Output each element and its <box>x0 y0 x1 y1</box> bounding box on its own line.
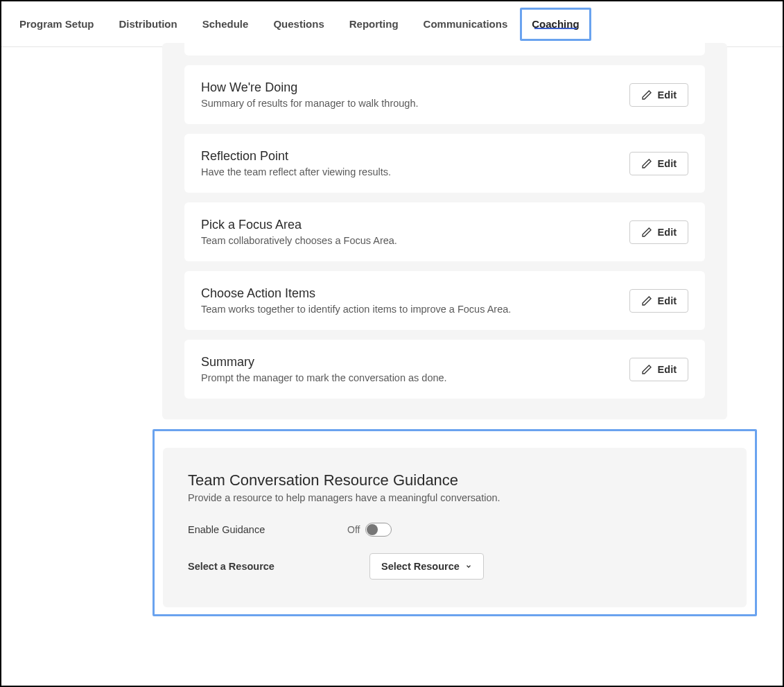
card-text: Reflection Point Have the team reflect a… <box>201 149 391 177</box>
coaching-steps-list: How We're Doing Summary of results for m… <box>162 43 727 419</box>
card-title: Pick a Focus Area <box>201 218 397 232</box>
tab-label: Distribution <box>119 18 177 30</box>
pencil-icon <box>641 364 652 375</box>
card-desc: Prompt the manager to mark the conversat… <box>201 372 447 383</box>
enable-guidance-label: Enable Guidance <box>188 524 347 535</box>
tab-distribution[interactable]: Distribution <box>107 1 190 47</box>
card-title: Choose Action Items <box>201 286 511 301</box>
tab-label: Communications <box>424 18 508 30</box>
card-how-were-doing: How We're Doing Summary of results for m… <box>184 65 705 124</box>
card-desc: Have the team reflect after viewing resu… <box>201 166 391 177</box>
card-text: Choose Action Items Team works together … <box>201 286 511 315</box>
edit-label: Edit <box>658 227 677 238</box>
pencil-icon <box>641 158 652 169</box>
card-reflection-point: Reflection Point Have the team reflect a… <box>184 134 705 193</box>
chevron-down-icon <box>465 563 472 570</box>
edit-button[interactable]: Edit <box>629 152 688 175</box>
tab-label: Schedule <box>202 18 249 30</box>
tab-reporting[interactable]: Reporting <box>337 1 411 47</box>
tab-underline <box>534 28 576 29</box>
tab-coaching[interactable]: Coaching <box>520 8 591 41</box>
select-resource-button-label: Select Resource <box>381 561 460 572</box>
card-desc: Summary of results for manager to walk t… <box>201 98 419 109</box>
edit-button[interactable]: Edit <box>629 220 688 244</box>
card-desc: Team collaboratively chooses a Focus Are… <box>201 235 397 246</box>
card-text: Summary Prompt the manager to mark the c… <box>201 355 447 383</box>
card-title: How We're Doing <box>201 80 419 95</box>
card-text: Pick a Focus Area Team collaboratively c… <box>201 218 397 246</box>
edit-label: Edit <box>658 89 677 101</box>
tab-schedule[interactable]: Schedule <box>190 1 261 47</box>
top-tabs: Program Setup Distribution Schedule Ques… <box>1 1 783 47</box>
content: How We're Doing Summary of results for m… <box>1 43 783 633</box>
card-choose-action-items: Choose Action Items Team works together … <box>184 271 705 330</box>
row-enable-guidance: Enable Guidance Off <box>188 523 722 537</box>
tab-program-setup[interactable]: Program Setup <box>7 1 107 47</box>
edit-button[interactable]: Edit <box>629 289 688 313</box>
select-resource-label: Select a Resource <box>188 561 369 572</box>
tab-label: Reporting <box>349 18 399 30</box>
resource-guidance-panel: Team Conversation Resource Guidance Prov… <box>163 448 747 607</box>
toggle-knob <box>367 524 378 535</box>
edit-button[interactable]: Edit <box>629 83 688 107</box>
tab-label: Questions <box>273 18 324 30</box>
card-pick-focus-area: Pick a Focus Area Team collaboratively c… <box>184 202 705 261</box>
edit-label: Edit <box>658 364 677 375</box>
card-title: Summary <box>201 355 447 369</box>
enable-guidance-toggle[interactable] <box>365 523 392 537</box>
card-desc: Team works together to identify action i… <box>201 304 511 315</box>
card-title: Reflection Point <box>201 149 391 164</box>
toggle-wrap: Off <box>347 523 392 537</box>
card-summary: Summary Prompt the manager to mark the c… <box>184 340 705 399</box>
panel-title: Team Conversation Resource Guidance <box>188 471 722 489</box>
resource-guidance-highlight: Team Conversation Resource Guidance Prov… <box>153 429 757 616</box>
edit-label: Edit <box>658 158 677 169</box>
app-frame: Program Setup Distribution Schedule Ques… <box>0 0 784 687</box>
pencil-icon <box>641 89 652 101</box>
card-text: How We're Doing Summary of results for m… <box>201 80 419 109</box>
tab-questions[interactable]: Questions <box>261 1 336 47</box>
toggle-state-label: Off <box>347 524 360 535</box>
edit-label: Edit <box>658 295 677 306</box>
panel-subtitle: Provide a resource to help managers have… <box>188 492 722 503</box>
edit-button[interactable]: Edit <box>629 358 688 381</box>
tab-communications[interactable]: Communications <box>411 1 521 47</box>
select-resource-button[interactable]: Select Resource <box>369 553 484 580</box>
row-select-resource: Select a Resource Select Resource <box>188 553 722 580</box>
tab-label: Program Setup <box>19 18 94 30</box>
pencil-icon <box>641 295 652 306</box>
pencil-icon <box>641 227 652 238</box>
